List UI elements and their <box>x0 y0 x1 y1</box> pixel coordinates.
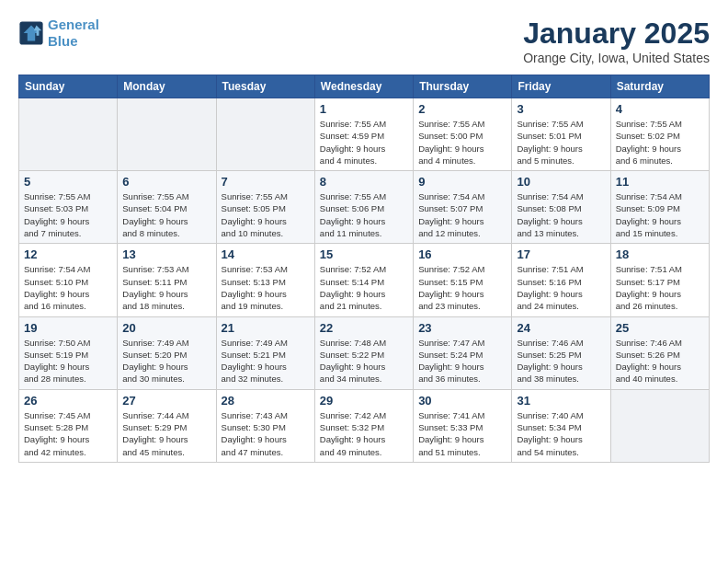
calendar-week-2: 5Sunrise: 7:55 AM Sunset: 5:03 PM Daylig… <box>19 171 710 244</box>
day-number: 2 <box>418 102 506 116</box>
logo: General Blue <box>18 17 99 50</box>
day-info: Sunrise: 7:47 AM Sunset: 5:24 PM Dayligh… <box>418 337 506 385</box>
title-block: January 2025 Orange City, Iowa, United S… <box>523 17 710 65</box>
day-number: 21 <box>222 321 310 335</box>
day-number: 26 <box>24 394 112 408</box>
day-info: Sunrise: 7:43 AM Sunset: 5:30 PM Dayligh… <box>222 409 310 458</box>
calendar-cell: 24Sunrise: 7:46 AM Sunset: 5:25 PM Dayli… <box>512 316 610 389</box>
day-info: Sunrise: 7:46 AM Sunset: 5:26 PM Dayligh… <box>616 337 704 385</box>
weekday-header-tuesday: Tuesday <box>216 75 314 98</box>
day-info: Sunrise: 7:49 AM Sunset: 5:20 PM Dayligh… <box>122 337 210 385</box>
calendar-cell: 23Sunrise: 7:47 AM Sunset: 5:24 PM Dayli… <box>414 316 512 389</box>
location: Orange City, Iowa, United States <box>523 51 710 65</box>
weekday-header-monday: Monday <box>118 75 216 98</box>
day-number: 20 <box>122 321 210 335</box>
page: General Blue January 2025 Orange City, I… <box>0 0 728 472</box>
day-number: 8 <box>320 175 408 189</box>
day-info: Sunrise: 7:42 AM Sunset: 5:32 PM Dayligh… <box>320 409 408 458</box>
calendar-cell: 22Sunrise: 7:48 AM Sunset: 5:22 PM Dayli… <box>314 316 413 389</box>
day-info: Sunrise: 7:55 AM Sunset: 5:05 PM Dayligh… <box>222 190 310 239</box>
day-info: Sunrise: 7:49 AM Sunset: 5:21 PM Dayligh… <box>222 337 310 385</box>
calendar-header: SundayMondayTuesdayWednesdayThursdayFrid… <box>19 75 710 98</box>
day-number: 22 <box>320 321 408 335</box>
calendar-cell: 14Sunrise: 7:53 AM Sunset: 5:13 PM Dayli… <box>216 244 314 316</box>
day-number: 3 <box>517 102 605 116</box>
day-info: Sunrise: 7:40 AM Sunset: 5:34 PM Dayligh… <box>517 409 605 458</box>
calendar-cell: 17Sunrise: 7:51 AM Sunset: 5:16 PM Dayli… <box>512 244 610 316</box>
day-info: Sunrise: 7:53 AM Sunset: 5:13 PM Dayligh… <box>222 263 310 312</box>
day-number: 29 <box>320 394 408 408</box>
day-number: 25 <box>616 321 704 335</box>
logo-blue: Blue <box>48 33 78 49</box>
logo-general: General <box>48 17 99 32</box>
day-info: Sunrise: 7:52 AM Sunset: 5:14 PM Dayligh… <box>320 263 408 312</box>
calendar-cell: 20Sunrise: 7:49 AM Sunset: 5:20 PM Dayli… <box>118 316 216 389</box>
day-number: 16 <box>418 247 506 261</box>
day-info: Sunrise: 7:55 AM Sunset: 4:59 PM Dayligh… <box>320 118 408 167</box>
day-number: 23 <box>418 321 506 335</box>
day-number: 13 <box>122 247 210 261</box>
day-info: Sunrise: 7:54 AM Sunset: 5:10 PM Dayligh… <box>24 263 112 312</box>
day-number: 4 <box>616 102 704 116</box>
day-number: 15 <box>320 247 408 261</box>
day-number: 18 <box>616 247 704 261</box>
day-number: 10 <box>517 175 605 189</box>
header: General Blue January 2025 Orange City, I… <box>18 17 710 65</box>
day-number: 9 <box>418 175 506 189</box>
calendar-cell: 31Sunrise: 7:40 AM Sunset: 5:34 PM Dayli… <box>512 389 610 462</box>
day-number: 28 <box>222 394 310 408</box>
calendar-cell: 8Sunrise: 7:55 AM Sunset: 5:06 PM Daylig… <box>314 171 413 244</box>
day-info: Sunrise: 7:52 AM Sunset: 5:15 PM Dayligh… <box>418 263 506 312</box>
calendar-cell: 18Sunrise: 7:51 AM Sunset: 5:17 PM Dayli… <box>610 244 709 316</box>
day-info: Sunrise: 7:55 AM Sunset: 5:02 PM Dayligh… <box>616 118 704 167</box>
day-info: Sunrise: 7:54 AM Sunset: 5:09 PM Dayligh… <box>616 190 704 239</box>
weekday-header-thursday: Thursday <box>414 75 512 98</box>
weekday-header-sunday: Sunday <box>19 75 118 98</box>
calendar-cell: 25Sunrise: 7:46 AM Sunset: 5:26 PM Dayli… <box>610 316 709 389</box>
day-number: 7 <box>222 175 310 189</box>
day-number: 24 <box>517 321 605 335</box>
calendar-body: 1Sunrise: 7:55 AM Sunset: 4:59 PM Daylig… <box>19 98 710 463</box>
day-info: Sunrise: 7:55 AM Sunset: 5:00 PM Dayligh… <box>418 118 506 167</box>
month-title: January 2025 <box>523 17 710 51</box>
logo-text: General Blue <box>48 17 99 50</box>
day-number: 6 <box>122 175 210 189</box>
calendar-cell <box>118 98 216 171</box>
day-number: 14 <box>222 247 310 261</box>
day-info: Sunrise: 7:55 AM Sunset: 5:06 PM Dayligh… <box>320 190 408 239</box>
day-info: Sunrise: 7:50 AM Sunset: 5:19 PM Dayligh… <box>24 337 112 385</box>
calendar-cell: 4Sunrise: 7:55 AM Sunset: 5:02 PM Daylig… <box>610 98 709 171</box>
day-number: 5 <box>24 175 112 189</box>
day-number: 27 <box>122 394 210 408</box>
day-number: 19 <box>24 321 112 335</box>
calendar-cell: 16Sunrise: 7:52 AM Sunset: 5:15 PM Dayli… <box>414 244 512 316</box>
calendar-cell: 28Sunrise: 7:43 AM Sunset: 5:30 PM Dayli… <box>216 389 314 462</box>
calendar-cell: 15Sunrise: 7:52 AM Sunset: 5:14 PM Dayli… <box>314 244 413 316</box>
calendar-cell: 19Sunrise: 7:50 AM Sunset: 5:19 PM Dayli… <box>19 316 118 389</box>
weekday-header-row: SundayMondayTuesdayWednesdayThursdayFrid… <box>19 75 710 98</box>
calendar-week-1: 1Sunrise: 7:55 AM Sunset: 4:59 PM Daylig… <box>19 98 710 171</box>
calendar-cell: 5Sunrise: 7:55 AM Sunset: 5:03 PM Daylig… <box>19 171 118 244</box>
calendar-cell: 6Sunrise: 7:55 AM Sunset: 5:04 PM Daylig… <box>118 171 216 244</box>
calendar-cell: 26Sunrise: 7:45 AM Sunset: 5:28 PM Dayli… <box>19 389 118 462</box>
calendar-cell: 1Sunrise: 7:55 AM Sunset: 4:59 PM Daylig… <box>314 98 413 171</box>
calendar-cell: 30Sunrise: 7:41 AM Sunset: 5:33 PM Dayli… <box>414 389 512 462</box>
calendar-cell <box>19 98 118 171</box>
logo-icon <box>18 20 44 46</box>
calendar-cell: 7Sunrise: 7:55 AM Sunset: 5:05 PM Daylig… <box>216 171 314 244</box>
day-info: Sunrise: 7:41 AM Sunset: 5:33 PM Dayligh… <box>418 409 506 458</box>
day-info: Sunrise: 7:44 AM Sunset: 5:29 PM Dayligh… <box>122 409 210 458</box>
calendar-week-4: 19Sunrise: 7:50 AM Sunset: 5:19 PM Dayli… <box>19 316 710 389</box>
day-info: Sunrise: 7:51 AM Sunset: 5:16 PM Dayligh… <box>517 263 605 312</box>
calendar-cell <box>610 389 709 462</box>
day-number: 30 <box>418 394 506 408</box>
day-info: Sunrise: 7:55 AM Sunset: 5:04 PM Dayligh… <box>122 190 210 239</box>
weekday-header-wednesday: Wednesday <box>314 75 413 98</box>
day-number: 31 <box>517 394 605 408</box>
calendar-cell: 13Sunrise: 7:53 AM Sunset: 5:11 PM Dayli… <box>118 244 216 316</box>
calendar-week-5: 26Sunrise: 7:45 AM Sunset: 5:28 PM Dayli… <box>19 389 710 462</box>
calendar-cell: 3Sunrise: 7:55 AM Sunset: 5:01 PM Daylig… <box>512 98 610 171</box>
calendar-cell <box>216 98 314 171</box>
day-info: Sunrise: 7:51 AM Sunset: 5:17 PM Dayligh… <box>616 263 704 312</box>
calendar-cell: 29Sunrise: 7:42 AM Sunset: 5:32 PM Dayli… <box>314 389 413 462</box>
